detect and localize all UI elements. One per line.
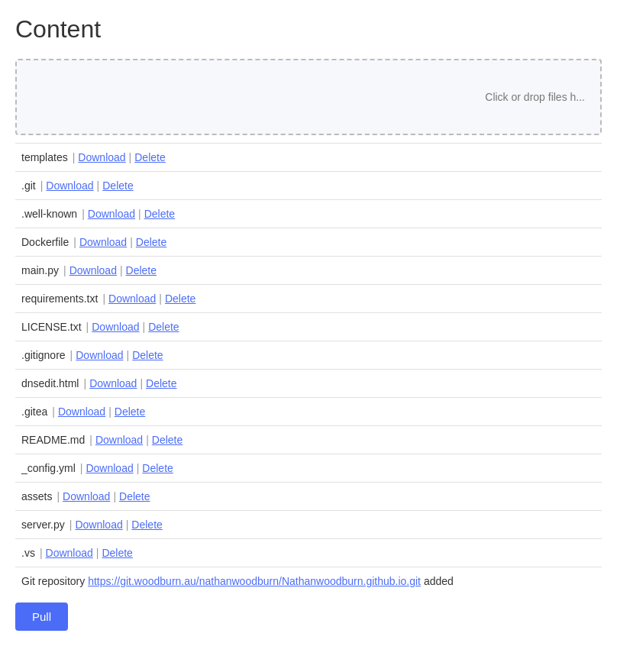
separator: | (129, 151, 132, 163)
download-link[interactable]: Download (69, 264, 117, 276)
file-row: .vs | Download | Delete (15, 539, 602, 567)
separator: | (69, 519, 73, 531)
separator: | (159, 292, 162, 305)
file-name: .well-known (21, 208, 77, 220)
delete-link[interactable]: Delete (132, 349, 163, 361)
separator: | (96, 547, 99, 559)
file-list: templates | Download | Delete.git | Down… (15, 143, 602, 567)
separator: | (86, 321, 89, 333)
download-link[interactable]: Download (108, 292, 156, 305)
file-row: Dockerfile | Download | Delete (15, 228, 602, 257)
file-name: .gitea (21, 405, 47, 418)
download-link[interactable]: Download (46, 179, 93, 192)
file-row: main.py | Download | Delete (15, 257, 602, 285)
separator: | (52, 405, 55, 418)
file-row: .git | Download | Delete (15, 172, 602, 200)
download-link[interactable]: Download (75, 519, 122, 531)
file-name: requirements.txt (21, 292, 98, 305)
separator: | (120, 264, 123, 276)
page-container: Content Click or drop files h... templat… (0, 0, 617, 646)
file-row: requirements.txt | Download | Delete (15, 285, 602, 313)
separator: | (83, 377, 86, 389)
separator: | (140, 377, 143, 389)
separator: | (57, 490, 60, 502)
separator: | (127, 349, 130, 361)
delete-link[interactable]: Delete (144, 208, 175, 220)
separator: | (113, 490, 116, 502)
delete-link[interactable]: Delete (115, 405, 145, 418)
file-row: assets | Download | Delete (15, 483, 602, 511)
download-link[interactable]: Download (76, 349, 123, 361)
delete-link[interactable]: Delete (119, 490, 150, 502)
file-row: server.py | Download | Delete (15, 511, 602, 539)
separator: | (40, 179, 44, 192)
separator: | (80, 462, 83, 474)
file-name: .git (21, 179, 36, 192)
separator: | (138, 208, 141, 220)
download-link[interactable]: Download (92, 321, 139, 333)
separator: | (82, 208, 85, 220)
separator: | (97, 179, 100, 192)
file-row: .gitea | Download | Delete (15, 398, 602, 426)
delete-link[interactable]: Delete (165, 292, 195, 305)
file-name: main.py (21, 264, 59, 276)
file-name: _config.yml (21, 462, 76, 474)
delete-link[interactable]: Delete (148, 321, 179, 333)
separator: | (130, 236, 133, 248)
separator: | (63, 264, 66, 276)
file-name: dnsedit.html (21, 377, 79, 389)
page-title: Content (15, 15, 602, 44)
download-link[interactable]: Download (63, 490, 110, 502)
file-name: LICENSE.txt (21, 321, 82, 333)
file-row: .well-known | Download | Delete (15, 200, 602, 228)
file-name: server.py (21, 519, 65, 531)
separator: | (108, 405, 111, 418)
delete-link[interactable]: Delete (146, 377, 176, 389)
file-name: templates (21, 151, 68, 163)
file-dropzone[interactable]: Click or drop files h... (15, 59, 602, 135)
delete-link[interactable]: Delete (102, 179, 133, 192)
download-link[interactable]: Download (95, 434, 143, 446)
delete-link[interactable]: Delete (102, 547, 132, 559)
pull-button[interactable]: Pull (15, 603, 68, 631)
separator: | (143, 321, 146, 333)
delete-link[interactable]: Delete (142, 462, 173, 474)
file-row: .gitignore | Download | Delete (15, 341, 602, 370)
delete-link[interactable]: Delete (134, 151, 165, 163)
file-name: .gitignore (21, 349, 66, 361)
delete-link[interactable]: Delete (152, 434, 183, 446)
file-row: README.md | Download | Delete (15, 426, 602, 454)
git-prefix: Git repository (21, 575, 85, 587)
file-name: README.md (21, 434, 85, 446)
download-link[interactable]: Download (58, 405, 105, 418)
delete-link[interactable]: Delete (136, 236, 166, 248)
dropzone-hint: Click or drop files h... (485, 91, 585, 103)
file-row: _config.yml | Download | Delete (15, 454, 602, 483)
separator: | (73, 151, 76, 163)
git-suffix: added (424, 575, 454, 587)
file-name: .vs (21, 547, 35, 559)
delete-link[interactable]: Delete (126, 264, 157, 276)
separator: | (40, 547, 43, 559)
file-name: Dockerfile (21, 236, 69, 248)
separator: | (89, 434, 92, 446)
separator: | (70, 349, 73, 361)
git-info: Git repository https://git.woodburn.au/n… (15, 567, 602, 595)
separator: | (146, 434, 149, 446)
git-repo-link[interactable]: https://git.woodburn.au/nathanwoodburn/N… (88, 575, 421, 587)
download-link[interactable]: Download (89, 377, 137, 389)
delete-link[interactable]: Delete (131, 519, 162, 531)
separator: | (137, 462, 140, 474)
download-link[interactable]: Download (79, 236, 127, 248)
separator: | (73, 236, 76, 248)
file-name: assets (21, 490, 52, 502)
separator: | (126, 519, 129, 531)
download-link[interactable]: Download (78, 151, 125, 163)
separator: | (102, 292, 105, 305)
file-row: LICENSE.txt | Download | Delete (15, 313, 602, 341)
download-link[interactable]: Download (86, 462, 133, 474)
download-link[interactable]: Download (46, 547, 93, 559)
file-row: templates | Download | Delete (15, 144, 602, 172)
file-row: dnsedit.html | Download | Delete (15, 370, 602, 398)
download-link[interactable]: Download (88, 208, 135, 220)
